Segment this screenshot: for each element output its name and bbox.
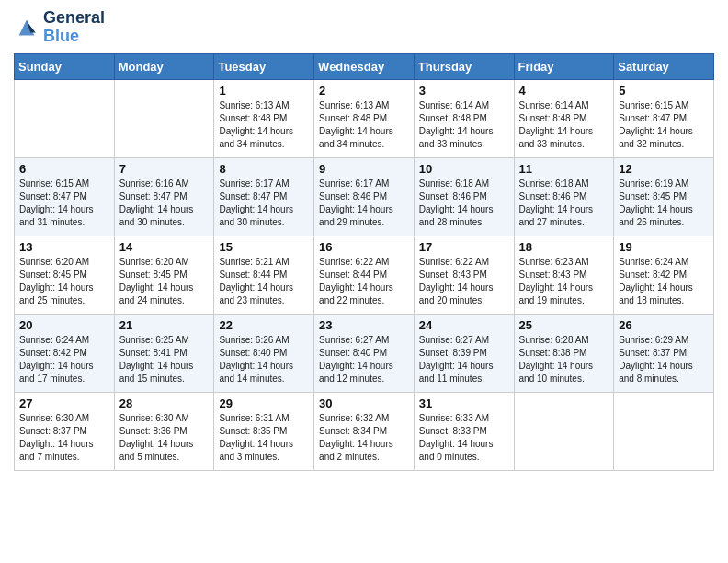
calendar-cell: 26Sunrise: 6:29 AM Sunset: 8:37 PM Dayli… [614,314,714,392]
day-number: 9 [319,162,409,176]
calendar-header: SundayMondayTuesdayWednesdayThursdayFrid… [15,53,714,79]
day-info: Sunrise: 6:18 AM Sunset: 8:46 PM Dayligh… [519,178,609,229]
day-number: 8 [219,162,309,176]
day-info: Sunrise: 6:14 AM Sunset: 8:48 PM Dayligh… [519,99,609,151]
calendar-cell: 11Sunrise: 6:18 AM Sunset: 8:46 PM Dayli… [514,157,614,236]
day-number: 16 [319,240,409,254]
calendar-cell: 22Sunrise: 6:26 AM Sunset: 8:40 PM Dayli… [214,314,314,392]
weekday-header-sunday: Sunday [15,53,115,79]
day-number: 26 [619,318,709,332]
weekday-header-tuesday: Tuesday [214,53,314,79]
day-number: 30 [319,396,409,410]
day-number: 12 [619,162,709,176]
calendar-cell: 2Sunrise: 6:13 AM Sunset: 8:48 PM Daylig… [314,79,415,157]
day-info: Sunrise: 6:15 AM Sunset: 8:47 PM Dayligh… [19,178,109,229]
day-info: Sunrise: 6:25 AM Sunset: 8:41 PM Dayligh… [119,334,210,385]
day-info: Sunrise: 6:17 AM Sunset: 8:46 PM Dayligh… [319,178,409,229]
day-info: Sunrise: 6:31 AM Sunset: 8:35 PM Dayligh… [219,412,309,464]
calendar-cell: 15Sunrise: 6:21 AM Sunset: 8:44 PM Dayli… [214,236,314,314]
day-number: 17 [419,240,509,254]
calendar-cell: 12Sunrise: 6:19 AM Sunset: 8:45 PM Dayli… [614,157,714,236]
calendar-cell: 25Sunrise: 6:28 AM Sunset: 8:38 PM Dayli… [514,314,614,392]
day-number: 7 [119,162,210,176]
calendar-cell: 9Sunrise: 6:17 AM Sunset: 8:46 PM Daylig… [314,157,415,236]
day-number: 10 [419,162,509,176]
day-info: Sunrise: 6:27 AM Sunset: 8:39 PM Dayligh… [419,334,509,385]
logo-text: General Blue [43,9,105,46]
day-number: 5 [619,84,709,98]
day-info: Sunrise: 6:33 AM Sunset: 8:33 PM Dayligh… [419,412,509,464]
logo-icon [14,15,40,40]
day-number: 14 [119,240,210,254]
day-info: Sunrise: 6:20 AM Sunset: 8:45 PM Dayligh… [19,256,109,307]
calendar-cell: 10Sunrise: 6:18 AM Sunset: 8:46 PM Dayli… [414,157,514,236]
calendar-cell: 19Sunrise: 6:24 AM Sunset: 8:42 PM Dayli… [614,236,714,314]
day-info: Sunrise: 6:32 AM Sunset: 8:34 PM Dayligh… [319,412,409,464]
day-number: 13 [19,240,109,254]
calendar-cell: 5Sunrise: 6:15 AM Sunset: 8:47 PM Daylig… [614,79,714,157]
calendar-cell: 21Sunrise: 6:25 AM Sunset: 8:41 PM Dayli… [114,314,214,392]
day-number: 1 [219,84,309,98]
calendar-cell: 1Sunrise: 6:13 AM Sunset: 8:48 PM Daylig… [214,79,314,157]
weekday-header-wednesday: Wednesday [314,53,415,79]
calendar-cell: 30Sunrise: 6:32 AM Sunset: 8:34 PM Dayli… [314,392,415,470]
day-info: Sunrise: 6:22 AM Sunset: 8:43 PM Dayligh… [419,256,509,307]
calendar-cell: 18Sunrise: 6:23 AM Sunset: 8:43 PM Dayli… [514,236,614,314]
day-info: Sunrise: 6:29 AM Sunset: 8:37 PM Dayligh… [619,334,709,385]
calendar-cell [114,79,214,157]
day-number: 20 [19,318,109,332]
calendar-cell: 4Sunrise: 6:14 AM Sunset: 8:48 PM Daylig… [514,79,614,157]
calendar-table: SundayMondayTuesdayWednesdayThursdayFrid… [14,53,714,471]
calendar-cell: 13Sunrise: 6:20 AM Sunset: 8:45 PM Dayli… [15,236,115,314]
calendar-cell: 23Sunrise: 6:27 AM Sunset: 8:40 PM Dayli… [314,314,415,392]
day-number: 22 [219,318,309,332]
calendar-cell: 31Sunrise: 6:33 AM Sunset: 8:33 PM Dayli… [414,392,514,470]
day-number: 25 [519,318,609,332]
calendar-cell: 27Sunrise: 6:30 AM Sunset: 8:37 PM Dayli… [15,392,115,470]
day-number: 27 [19,396,109,410]
day-number: 19 [619,240,709,254]
day-number: 24 [419,318,509,332]
day-info: Sunrise: 6:28 AM Sunset: 8:38 PM Dayligh… [519,334,609,385]
day-number: 21 [119,318,210,332]
calendar-cell: 20Sunrise: 6:24 AM Sunset: 8:42 PM Dayli… [15,314,115,392]
calendar-cell: 7Sunrise: 6:16 AM Sunset: 8:47 PM Daylig… [114,157,214,236]
calendar-cell: 16Sunrise: 6:22 AM Sunset: 8:44 PM Dayli… [314,236,415,314]
day-info: Sunrise: 6:30 AM Sunset: 8:36 PM Dayligh… [119,412,210,464]
day-info: Sunrise: 6:24 AM Sunset: 8:42 PM Dayligh… [19,334,109,385]
day-number: 4 [519,84,609,98]
day-info: Sunrise: 6:30 AM Sunset: 8:37 PM Dayligh… [19,412,109,464]
calendar-cell: 8Sunrise: 6:17 AM Sunset: 8:47 PM Daylig… [214,157,314,236]
day-info: Sunrise: 6:13 AM Sunset: 8:48 PM Dayligh… [219,99,309,151]
calendar-cell [15,79,115,157]
calendar-cell: 24Sunrise: 6:27 AM Sunset: 8:39 PM Dayli… [414,314,514,392]
day-info: Sunrise: 6:19 AM Sunset: 8:45 PM Dayligh… [619,178,709,229]
weekday-header-friday: Friday [514,53,614,79]
day-number: 28 [119,396,210,410]
day-number: 31 [419,396,509,410]
day-info: Sunrise: 6:23 AM Sunset: 8:43 PM Dayligh… [519,256,609,307]
day-info: Sunrise: 6:18 AM Sunset: 8:46 PM Dayligh… [419,178,509,229]
day-info: Sunrise: 6:20 AM Sunset: 8:45 PM Dayligh… [119,256,210,307]
day-number: 23 [319,318,409,332]
day-info: Sunrise: 6:17 AM Sunset: 8:47 PM Dayligh… [219,178,309,229]
calendar-cell: 28Sunrise: 6:30 AM Sunset: 8:36 PM Dayli… [114,392,214,470]
day-number: 3 [419,84,509,98]
calendar-cell: 14Sunrise: 6:20 AM Sunset: 8:45 PM Dayli… [114,236,214,314]
weekday-header-saturday: Saturday [614,53,714,79]
day-number: 11 [519,162,609,176]
day-number: 2 [319,84,409,98]
day-info: Sunrise: 6:26 AM Sunset: 8:40 PM Dayligh… [219,334,309,385]
day-info: Sunrise: 6:14 AM Sunset: 8:48 PM Dayligh… [419,99,509,151]
day-number: 6 [19,162,109,176]
day-info: Sunrise: 6:15 AM Sunset: 8:47 PM Dayligh… [619,99,709,151]
day-info: Sunrise: 6:16 AM Sunset: 8:47 PM Dayligh… [119,178,210,229]
page-header: General Blue [14,9,714,46]
day-number: 29 [219,396,309,410]
day-info: Sunrise: 6:24 AM Sunset: 8:42 PM Dayligh… [619,256,709,307]
calendar-cell: 3Sunrise: 6:14 AM Sunset: 8:48 PM Daylig… [414,79,514,157]
day-info: Sunrise: 6:21 AM Sunset: 8:44 PM Dayligh… [219,256,309,307]
calendar-cell: 6Sunrise: 6:15 AM Sunset: 8:47 PM Daylig… [15,157,115,236]
day-number: 18 [519,240,609,254]
day-number: 15 [219,240,309,254]
